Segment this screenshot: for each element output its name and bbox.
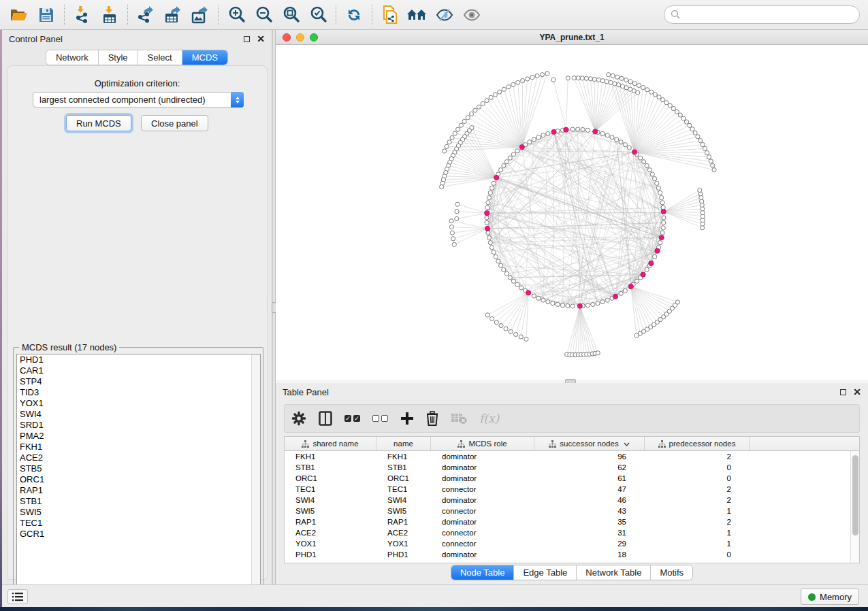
tab-network-table[interactable]: Network Table [577,565,651,580]
ring-node[interactable] [499,263,503,267]
leaf-node[interactable] [606,73,610,77]
leaf-node[interactable] [456,127,460,131]
ring-node[interactable] [511,279,515,283]
leaf-node[interactable] [703,146,707,150]
leaf-node[interactable] [620,76,624,80]
select-all-icon[interactable]: ✓✓ [344,415,360,422]
mcds-result-item[interactable]: TID3 [17,387,260,398]
table-scrollbar[interactable] [850,451,859,563]
ring-node[interactable] [499,168,503,172]
ring-node[interactable] [488,241,492,245]
mcds-hub-node[interactable] [577,303,582,308]
ring-node[interactable] [623,288,627,293]
node-table[interactable]: shared namenameMCDS rolesuccessor nodesp… [284,436,860,563]
first-neighbors-icon[interactable] [404,3,431,27]
ring-node[interactable] [591,302,595,306]
ring-node[interactable] [653,177,657,181]
ring-node[interactable] [485,205,489,210]
leaf-node[interactable] [701,142,705,146]
table-row[interactable]: SWI5SWI5connector431 [285,506,859,516]
table-row[interactable]: SWI4SWI4dominator462 [285,495,859,506]
leaf-node[interactable] [545,71,549,76]
duplicate-network-icon[interactable] [376,3,404,27]
ring-node[interactable] [532,137,536,142]
column-header-MCDS-role[interactable]: MCDS role [431,437,534,450]
leaf-node[interactable] [707,155,711,159]
ring-node[interactable] [585,303,590,308]
leaf-node[interactable] [596,78,600,82]
ring-node[interactable] [581,127,585,131]
mcds-result-list[interactable]: PHD1CAR1STP4TID3YOX1SWI4SRD1PMA2FKH1ACE2… [16,354,261,597]
zoom-out-icon[interactable] [250,3,277,27]
mcds-result-item[interactable]: PHD1 [17,354,260,365]
network-graph-canvas[interactable] [276,45,868,380]
ring-node[interactable] [541,133,545,137]
ring-node[interactable] [485,216,489,220]
leaf-node[interactable] [450,135,454,139]
run-mcds-button[interactable]: Run MCDS [66,115,131,131]
leaf-node[interactable] [580,76,584,80]
ring-node[interactable] [576,127,580,131]
ring-node[interactable] [615,137,619,142]
leaf-node[interactable] [455,216,459,220]
ring-node[interactable] [650,172,654,176]
ring-node[interactable] [541,298,545,302]
leaf-node[interactable] [645,88,649,92]
ring-node[interactable] [494,254,498,259]
leaf-node[interactable] [530,76,534,80]
leaf-node[interactable] [514,332,518,336]
ring-node[interactable] [536,135,541,139]
tab-node-table[interactable]: Node Table [451,565,515,580]
leaf-node[interactable] [681,116,686,120]
mcds-hub-node[interactable] [613,294,617,299]
leaf-node[interactable] [592,77,596,81]
ring-node[interactable] [492,181,496,185]
leaf-node[interactable] [596,351,600,355]
ring-node[interactable] [660,231,664,235]
ring-node[interactable] [662,220,666,225]
leaf-node[interactable] [637,83,641,87]
mcds-list-scrollbar[interactable] [251,354,260,596]
leaf-node[interactable] [709,159,713,163]
memory-button[interactable]: Memory [801,589,859,605]
leaf-node[interactable] [566,76,570,80]
ring-node[interactable] [642,160,646,164]
leaf-node[interactable] [459,123,463,127]
hide-selected-icon[interactable] [431,3,458,27]
search-input[interactable] [684,8,859,22]
ring-node[interactable] [645,267,649,271]
ring-node[interactable] [660,195,664,199]
leaf-node[interactable] [698,139,703,143]
column-header-predecessor-nodes[interactable]: predecessor nodes [645,437,750,450]
leaf-node[interactable] [445,144,449,148]
leaf-node[interactable] [551,78,556,82]
zoom-fit-icon[interactable] [277,3,304,27]
leaf-node[interactable] [668,103,672,108]
leaf-node[interactable] [498,90,502,94]
ring-node[interactable] [605,133,609,137]
leaf-node[interactable] [462,119,466,123]
export-network-icon[interactable] [132,3,159,27]
leaf-node[interactable] [449,219,453,223]
optimization-criterion-select[interactable]: largest connected component (undirected) [33,92,244,108]
column-header-name[interactable]: name [376,437,431,450]
mcds-hub-node[interactable] [632,150,637,154]
ring-node[interactable] [504,271,509,276]
ring-node[interactable] [570,127,575,131]
leaf-node[interactable] [617,83,621,87]
tab-network[interactable]: Network [46,50,99,65]
leaf-node[interactable] [451,237,455,241]
table-row[interactable]: YOX1YOX1connector291 [285,538,859,549]
leaf-node[interactable] [516,80,520,84]
column-header-shared-name[interactable]: shared name [285,437,376,450]
leaf-node[interactable] [664,101,669,105]
export-image-icon[interactable] [187,3,214,27]
import-table-icon[interactable] [96,3,123,27]
mcds-hub-node[interactable] [494,175,499,180]
ring-node[interactable] [502,163,506,167]
leaf-node[interactable] [588,77,592,81]
ring-node[interactable] [486,231,490,235]
export-table-icon[interactable] [159,3,187,27]
leaf-node[interactable] [449,225,453,229]
ring-node[interactable] [623,143,627,147]
